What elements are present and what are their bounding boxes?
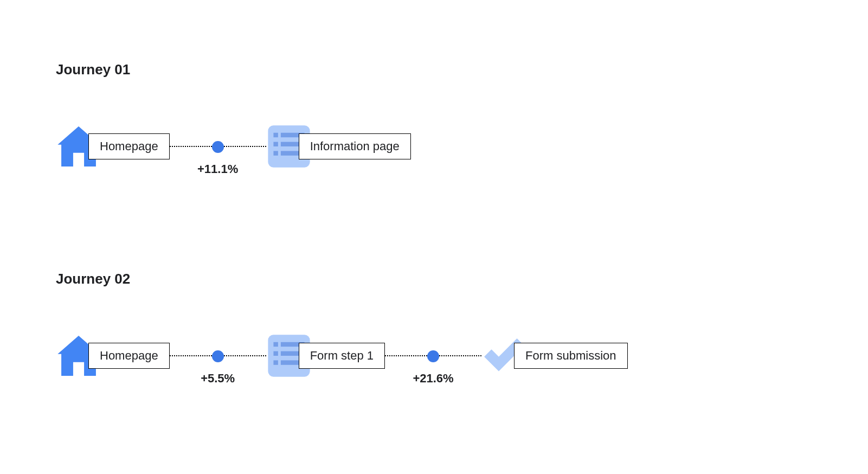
step-label: Homepage bbox=[88, 343, 170, 369]
journey-row-1: Homepage +11.1% Information page bbox=[56, 114, 411, 179]
journey2-connector-2: +21.6% bbox=[385, 355, 481, 356]
step-label: Information page bbox=[299, 133, 411, 159]
svg-rect-8 bbox=[273, 342, 278, 347]
journey2-step-2: Form step 1 bbox=[266, 333, 385, 379]
journey2-step-1: Homepage bbox=[56, 333, 170, 379]
journey1-step-1: Homepage bbox=[56, 124, 170, 169]
journey-row-2: Homepage +5.5% Form step 1 +21.6% bbox=[56, 323, 628, 388]
connector-dot-icon bbox=[212, 141, 224, 153]
svg-rect-1 bbox=[273, 133, 278, 137]
journey-title-2: Journey 02 bbox=[56, 271, 130, 287]
journey2-step-3: Form submission bbox=[481, 333, 627, 379]
connector-value: +21.6% bbox=[413, 371, 453, 386]
journey1-connector-1: +11.1% bbox=[170, 146, 266, 147]
step-label: Homepage bbox=[88, 133, 170, 159]
step-label: Form submission bbox=[514, 343, 627, 369]
connector-dot-icon bbox=[212, 350, 224, 362]
journey-title-1: Journey 01 bbox=[56, 61, 130, 78]
svg-rect-5 bbox=[273, 151, 278, 155]
svg-rect-3 bbox=[273, 142, 278, 146]
step-label: Form step 1 bbox=[299, 343, 385, 369]
connector-value: +11.1% bbox=[197, 162, 238, 176]
svg-rect-10 bbox=[273, 351, 278, 356]
journey1-step-2: Information page bbox=[266, 124, 411, 169]
connector-dot-icon bbox=[427, 350, 439, 362]
journey2-connector-1: +5.5% bbox=[170, 355, 266, 356]
connector-value: +5.5% bbox=[201, 371, 235, 386]
svg-rect-12 bbox=[273, 360, 278, 364]
